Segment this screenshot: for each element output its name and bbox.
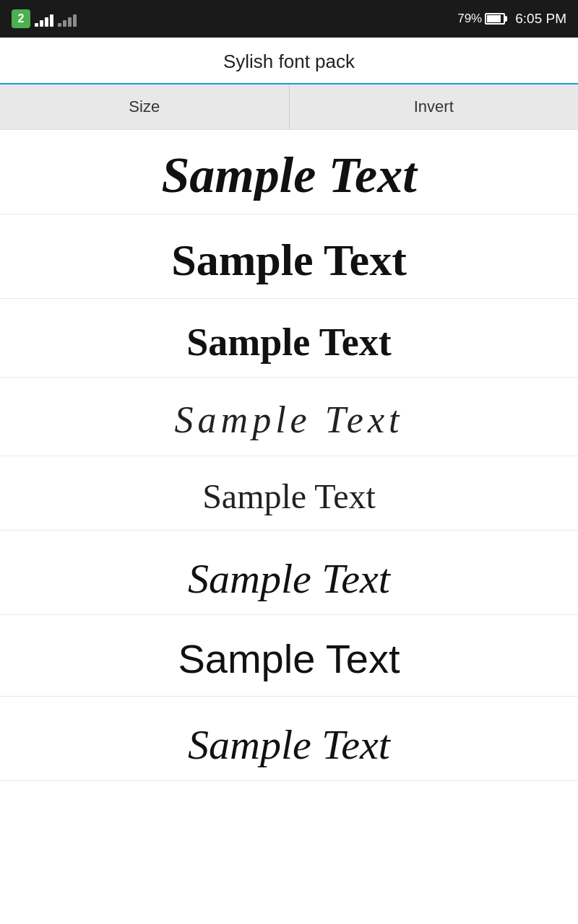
invert-button[interactable]: Invert xyxy=(290,84,579,129)
battery-percent: 79% xyxy=(457,12,482,26)
font-sample-2: Sample Text xyxy=(101,227,477,285)
svg-text:Sample Text: Sample Text xyxy=(188,555,392,601)
font-item-3[interactable]: Sample Text xyxy=(0,299,578,378)
status-bar: 2 79% 6:05 PM xyxy=(0,0,578,38)
font-sample-5: Sample Text xyxy=(116,469,462,517)
svg-text:Sample Text: Sample Text xyxy=(202,477,376,515)
svg-text:Sample Text: Sample Text xyxy=(171,235,407,284)
svg-text:Sample Text: Sample Text xyxy=(161,147,418,201)
font-sample-1: Sample Text xyxy=(101,143,477,201)
svg-text:Sample  Text: Sample Text xyxy=(175,399,404,440)
font-item-4[interactable]: Sample Text xyxy=(0,378,578,456)
battery-icon xyxy=(485,13,505,25)
font-item-6[interactable]: Sample Text xyxy=(0,531,578,615)
font-sample-7: Sample Text xyxy=(101,628,477,683)
app-title: Sylish font pack xyxy=(0,51,578,83)
size-button[interactable]: Size xyxy=(0,84,290,129)
svg-text:Sample Text: Sample Text xyxy=(186,321,392,364)
font-item-5[interactable]: Sample Text xyxy=(0,456,578,531)
notification-area: 2 xyxy=(12,9,77,28)
font-item-8[interactable]: Sample Text xyxy=(0,697,578,781)
font-item-1[interactable]: Sample Text xyxy=(0,130,578,214)
toolbar: Size Invert xyxy=(0,84,578,130)
font-sample-8: Sample Text xyxy=(101,710,477,767)
font-item-2[interactable]: Sample Text xyxy=(0,214,578,299)
battery-area: 79% xyxy=(457,12,505,26)
font-sample-4: Sample Text xyxy=(87,391,491,443)
font-sample-3: Sample Text xyxy=(101,312,477,364)
font-item-7[interactable]: Sample Text xyxy=(0,615,578,697)
svg-text:Sample Text: Sample Text xyxy=(188,721,392,767)
app-header: Sylish font pack xyxy=(0,38,578,84)
notification-badge: 2 xyxy=(12,9,30,28)
signal-icon xyxy=(35,11,53,27)
time-display: 6:05 PM xyxy=(515,11,566,27)
font-list: Sample Text Sample Text Sample Text Samp… xyxy=(0,130,578,781)
font-sample-6: Sample Text xyxy=(101,544,477,601)
signal-icon-2 xyxy=(58,11,77,27)
svg-text:Sample Text: Sample Text xyxy=(178,636,400,681)
